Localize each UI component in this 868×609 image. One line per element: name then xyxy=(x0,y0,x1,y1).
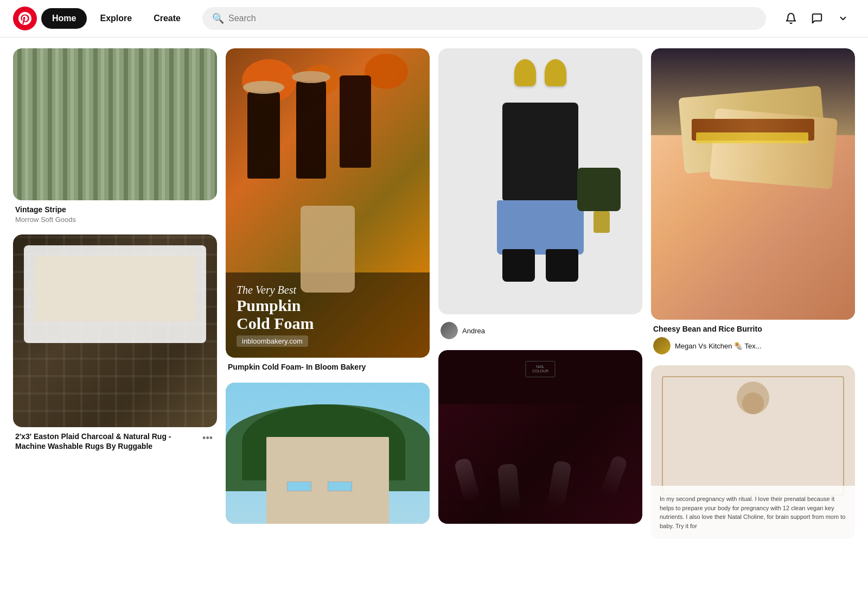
shoe-2 xyxy=(546,249,578,282)
pin-username: Megan Vs Kitchen 🌯 Tex... xyxy=(675,342,762,350)
shoe-1 xyxy=(502,249,535,282)
pin-subtitle: Morrow Soft Goods xyxy=(15,215,215,224)
poster-text-area: In my second pregnancy with ritual. I lo… xyxy=(651,486,855,539)
pin-image-stripe xyxy=(13,48,217,200)
handbag xyxy=(577,168,621,211)
stripe-texture xyxy=(13,48,217,200)
pinterest-icon xyxy=(18,12,31,25)
shoes-area xyxy=(502,249,578,282)
pin-image-wrap xyxy=(651,48,855,320)
drink-2 xyxy=(296,81,326,179)
window-2 xyxy=(328,481,352,491)
home-nav-button[interactable]: Home xyxy=(41,8,87,29)
denim-shorts xyxy=(497,200,584,255)
pin-user: Megan Vs Kitchen 🌯 Tex... xyxy=(653,337,853,354)
pin-image-wrap xyxy=(13,48,217,200)
watch xyxy=(593,211,610,233)
drink-3 xyxy=(340,75,371,168)
main-feed: Vintage Stripe Morrow Soft Goods xyxy=(0,37,868,550)
pin-image-burrito xyxy=(651,48,855,320)
pin-fashion[interactable]: Andrea xyxy=(438,48,642,341)
bell-icon xyxy=(785,12,797,24)
pin-title: Vintage Stripe xyxy=(15,205,215,214)
polish-label-text: NAILCOLOUR xyxy=(532,365,548,374)
header: Home Explore Create 🔍 xyxy=(0,0,868,37)
explore-nav-button[interactable]: Explore xyxy=(91,8,141,29)
poster-text: In my second pregnancy with ritual. I lo… xyxy=(660,494,846,530)
masonry-col-4: Cheesy Bean and Rice Burrito Megan Vs Ki… xyxy=(651,48,855,539)
pin-avatar xyxy=(653,337,671,354)
nail-highlight-2 xyxy=(497,464,521,514)
foam-2 xyxy=(292,71,330,83)
pin-image-wrap xyxy=(13,234,217,427)
pin-image-building xyxy=(226,383,430,524)
pin-user: Andrea xyxy=(441,322,640,339)
more-options-button[interactable]: ••• xyxy=(200,432,215,445)
message-icon xyxy=(811,12,823,24)
cheese-layer xyxy=(696,132,808,143)
account-chevron-button[interactable] xyxy=(831,7,855,30)
pin-image-wrap: In my second pregnancy with ritual. I lo… xyxy=(651,365,855,539)
sofa-shape xyxy=(35,256,195,321)
pin-image-pumpkin: The Very Best PumpkinCold Foam inbloomba… xyxy=(226,48,430,358)
polish-bottle-label: NAILCOLOUR xyxy=(526,361,556,377)
pin-title: 2'x3' Easton Plaid Charcoal & Natural Ru… xyxy=(15,432,200,451)
earring-1 xyxy=(514,59,536,86)
foam-1 xyxy=(243,81,284,94)
avatar-image xyxy=(653,337,671,354)
pin-image-wrap: NAILCOLOUR xyxy=(438,350,642,524)
pin-info: Andrea xyxy=(438,314,642,341)
pin-image-wrap: The Very Best PumpkinCold Foam inbloomba… xyxy=(226,48,430,358)
pin-image-wrap xyxy=(226,383,430,524)
pin-username: Andrea xyxy=(462,327,485,335)
pin-easton-rug[interactable]: 2'x3' Easton Plaid Charcoal & Natural Ru… xyxy=(13,234,217,453)
frame xyxy=(662,376,844,496)
pin-nails[interactable]: NAILCOLOUR xyxy=(438,350,642,524)
masonry-col-2: The Very Best PumpkinCold Foam inbloomba… xyxy=(226,48,430,524)
notifications-button[interactable] xyxy=(779,7,803,30)
pinterest-logo[interactable] xyxy=(13,7,37,30)
create-nav-button[interactable]: Create xyxy=(145,8,189,29)
pin-info: 2'x3' Easton Plaid Charcoal & Natural Ru… xyxy=(13,427,217,453)
building-facade xyxy=(266,437,389,524)
masonry-col-1: Vintage Stripe Morrow Soft Goods xyxy=(13,48,217,454)
pin-avatar xyxy=(441,322,458,339)
pin-vintage-stripe[interactable]: Vintage Stripe Morrow Soft Goods xyxy=(13,48,217,226)
pin-title-row: 2'x3' Easton Plaid Charcoal & Natural Ru… xyxy=(15,432,215,451)
search-input[interactable] xyxy=(228,14,756,23)
header-icons xyxy=(779,7,855,30)
pin-image-nails: NAILCOLOUR xyxy=(438,350,642,524)
pin-info: Vintage Stripe Morrow Soft Goods xyxy=(13,200,217,226)
masonry-grid: Vintage Stripe Morrow Soft Goods xyxy=(13,48,855,539)
window-1 xyxy=(287,481,311,491)
chevron-down-icon xyxy=(838,14,848,23)
pin-building[interactable] xyxy=(226,383,430,524)
earring-area xyxy=(514,59,566,86)
pumpkin-bold-text: PumpkinCold Foam xyxy=(237,296,419,332)
pin-image-wrap xyxy=(438,48,642,314)
black-top xyxy=(502,103,578,200)
pin-burrito[interactable]: Cheesy Bean and Rice Burrito Megan Vs Ki… xyxy=(651,48,855,357)
pin-image-fashion xyxy=(438,48,642,314)
search-icon: 🔍 xyxy=(212,12,224,24)
pin-poster[interactable]: In my second pregnancy with ritual. I lo… xyxy=(651,365,855,539)
earring-2 xyxy=(545,59,566,86)
avatar-image xyxy=(441,322,458,339)
pin-info: Pumpkin Cold Foam- In Bloom Bakery xyxy=(226,358,430,374)
masonry-col-3: Andrea NAILCOLOUR xyxy=(438,48,642,524)
pumpkin-url: inbloombakery.com xyxy=(237,335,308,347)
pumpkin-shape-2 xyxy=(365,54,408,89)
pin-image-rug xyxy=(13,234,217,427)
messages-button[interactable] xyxy=(805,7,829,30)
drink-1 xyxy=(247,92,280,179)
pin-title: Pumpkin Cold Foam- In Bloom Bakery xyxy=(228,362,427,372)
pin-info: Cheesy Bean and Rice Burrito Megan Vs Ki… xyxy=(651,320,855,357)
pin-title: Cheesy Bean and Rice Burrito xyxy=(653,324,853,334)
search-bar: 🔍 xyxy=(202,7,766,30)
pin-pumpkin-cold-foam[interactable]: The Very Best PumpkinCold Foam inbloomba… xyxy=(226,48,430,374)
pin-image-poster: In my second pregnancy with ritual. I lo… xyxy=(651,365,855,539)
bottom-drink xyxy=(301,206,355,293)
